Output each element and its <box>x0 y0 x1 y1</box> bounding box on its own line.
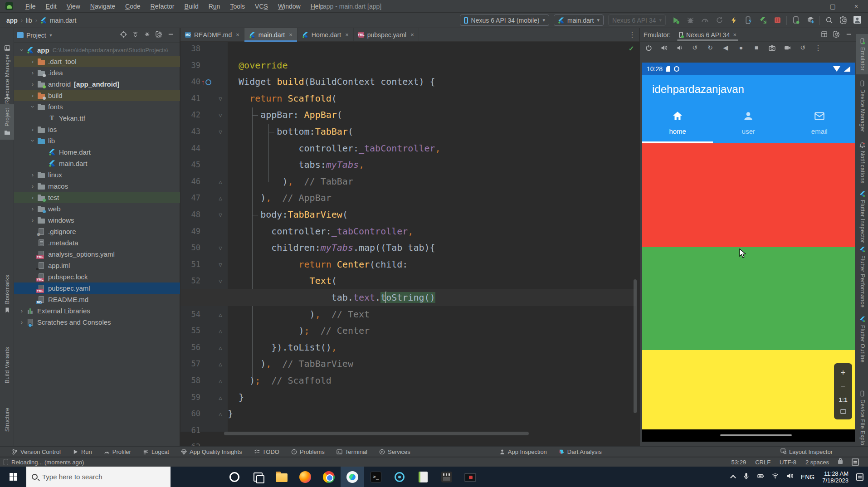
editor-tab-readme-md[interactable]: MDREADME.md× <box>180 28 244 41</box>
flutter-attach-button[interactable] <box>757 15 768 26</box>
toolwindow-todo[interactable]: TODO <box>254 448 279 455</box>
project-hide-icon[interactable] <box>167 31 174 39</box>
recorder-icon[interactable] <box>458 467 482 487</box>
chrome-icon[interactable] <box>317 467 341 487</box>
sidebar-tab-structure[interactable]: Structure <box>0 404 14 435</box>
emulator-screen[interactable]: 10:28 idehpardazanjavan homeuseremail <box>642 63 855 442</box>
tree-item-yekan-ttf[interactable]: TYekan.ttf <box>14 112 180 124</box>
editor-tab-pubspec-yaml[interactable]: YMLpubspec.yaml× <box>354 28 419 41</box>
toolwindow-run[interactable]: Run <box>73 448 92 455</box>
phone-tab-home[interactable]: home <box>642 103 713 141</box>
menu-navigate[interactable]: Navigate <box>86 1 119 12</box>
device-manager-button[interactable] <box>790 15 801 26</box>
phone-gesture-bar[interactable] <box>642 429 855 442</box>
project-expand-all-icon[interactable] <box>132 31 139 39</box>
toolwindow-app-inspection[interactable]: App Inspection <box>499 448 547 455</box>
toolwindow-problems[interactable]: Problems <box>291 448 325 455</box>
back-icon[interactable]: ◀ <box>720 43 731 53</box>
sidebar-tab-project[interactable]: Project <box>0 104 14 140</box>
debug-button[interactable] <box>685 15 696 26</box>
inspections-ok-icon[interactable]: ✓ <box>629 44 634 53</box>
tree-item-test[interactable]: ›test <box>14 192 180 203</box>
cortana-icon[interactable] <box>223 467 246 487</box>
line-ending[interactable]: CRLF <box>755 459 770 466</box>
hide-icon[interactable] <box>845 31 852 39</box>
editor-tab-main-dart[interactable]: main.dart× <box>244 28 297 41</box>
tree-chevron-icon[interactable]: › <box>29 183 36 190</box>
tree-item--gitignore[interactable]: ⊘.gitignore <box>14 226 180 237</box>
settings-button[interactable] <box>838 15 849 26</box>
editor-tab-home-dart[interactable]: Home.dart× <box>297 28 354 41</box>
tree-item-readme-md[interactable]: MDREADME.md <box>14 294 180 305</box>
tree-item-ios[interactable]: ›ios <box>14 124 180 135</box>
indent-setting[interactable]: 2 spaces <box>805 459 829 466</box>
close-icon[interactable]: × <box>733 31 736 38</box>
breadcrumb-app[interactable]: app <box>6 17 18 24</box>
tree-chevron-icon[interactable]: › <box>29 138 36 144</box>
record-icon[interactable] <box>781 43 793 53</box>
sidebar-tab-build-variants[interactable]: Build Variants <box>0 343 14 387</box>
breadcrumb-lib[interactable]: lib <box>26 17 32 24</box>
media-icon[interactable] <box>435 467 458 487</box>
taskview-icon[interactable] <box>246 467 270 487</box>
tree-chevron-icon[interactable]: › <box>29 58 36 65</box>
tree-chevron-icon[interactable]: › <box>19 47 25 54</box>
cmd-icon[interactable]: >_ <box>364 467 388 487</box>
snapshots-icon[interactable]: ↺ <box>797 43 809 53</box>
emulator-tab[interactable]: Nexus 6 API 34 × <box>677 28 738 42</box>
layout-inspector-button[interactable]: Layout Inspector <box>780 448 833 455</box>
tree-item-lib[interactable]: ›lib <box>14 135 180 146</box>
tree-item-windows[interactable]: ›windows <box>14 214 180 226</box>
right-tab-flutter-outline[interactable]: Flutter Outline <box>856 312 868 366</box>
more-tabs-icon[interactable]: ⋮ <box>629 30 636 39</box>
toolwindow-services[interactable]: Services <box>379 448 410 455</box>
camera-icon[interactable] <box>766 43 778 53</box>
tree-item--metadata[interactable]: .metadata <box>14 237 180 248</box>
tree-item-web[interactable]: ›web <box>14 203 180 214</box>
zoom-reset-button[interactable]: 1:1 <box>839 396 848 403</box>
close-button[interactable]: × <box>844 0 868 13</box>
horizontal-scrollbar[interactable] <box>224 432 529 435</box>
tree-item-home-dart[interactable]: Home.dart <box>14 146 180 158</box>
menu-file[interactable]: File <box>21 1 40 12</box>
androidstudio-icon[interactable] <box>341 467 364 487</box>
right-tab-device-manager[interactable]: Device Manager <box>856 76 868 136</box>
phone-tab-email[interactable]: email <box>784 103 855 141</box>
run-button[interactable] <box>670 15 681 26</box>
tree-item-build[interactable]: ›build <box>14 90 180 101</box>
rotate-right-icon[interactable]: ↻ <box>704 43 716 53</box>
tree-chevron-icon[interactable]: › <box>29 194 36 201</box>
notepad-icon[interactable] <box>411 467 435 487</box>
tree-item-fonts[interactable]: ›fonts <box>14 101 180 112</box>
tree-item-external-libraries[interactable]: ›External Libraries <box>14 305 180 317</box>
close-tab-icon[interactable]: × <box>410 31 414 38</box>
project-view-title[interactable]: Project <box>26 32 46 39</box>
start-button[interactable] <box>0 467 26 487</box>
tree-item-app-iml[interactable]: app.iml <box>14 260 180 271</box>
zoom-out-button[interactable]: − <box>841 383 846 391</box>
project-collapse-all-icon[interactable] <box>144 31 151 39</box>
language-indicator[interactable]: ENG <box>801 473 814 481</box>
vertical-scrollbar[interactable] <box>634 279 637 413</box>
overview-icon[interactable]: ■ <box>751 43 762 53</box>
window-layout-icon[interactable] <box>821 31 828 39</box>
tree-item-macos[interactable]: ›macos <box>14 180 180 192</box>
hot-restart-button[interactable] <box>743 15 754 26</box>
tree-chevron-icon[interactable]: › <box>19 319 25 326</box>
minimize-button[interactable]: – <box>797 0 821 13</box>
tree-item-linux[interactable]: ›linux <box>14 169 180 180</box>
hidden-icons-chevron[interactable] <box>730 475 736 481</box>
toolwindow-app-quality-insights[interactable]: App Quality Insights <box>181 448 242 455</box>
tree-item-analysis-options-yaml[interactable]: YMLanalysis_options.yaml <box>14 248 180 260</box>
notifications-icon[interactable] <box>852 458 859 466</box>
tree-item-android[interactable]: ›android[app_android] <box>14 78 180 90</box>
volume-down-icon[interactable] <box>673 43 685 53</box>
right-tab-flutter-inspector[interactable]: Flutter Inspector <box>856 187 868 247</box>
taskbar-clock[interactable]: 11:28 AM 7/18/2023 <box>822 470 848 484</box>
tree-item-app[interactable]: ›appC:\Users\idehpardazanjavan\StudioPro… <box>14 44 180 56</box>
menu-window[interactable]: Window <box>274 1 305 12</box>
caret-position[interactable]: 53:29 <box>731 459 746 466</box>
right-tab-notifications[interactable]: Notifications <box>856 138 868 187</box>
firefox-icon[interactable] <box>293 467 317 487</box>
menu-view[interactable]: View <box>63 1 84 12</box>
